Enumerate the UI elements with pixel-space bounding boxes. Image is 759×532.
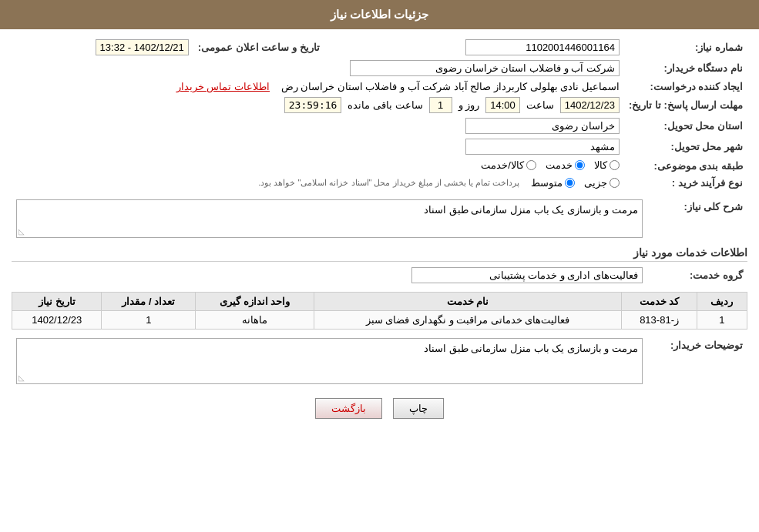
purchase-motavasset-radio[interactable]: [565, 178, 575, 188]
province-input: خراسان رضوی: [465, 118, 620, 134]
cell-row: 1: [697, 311, 747, 330]
buyer-org-input: شرکت آب و فاضلاب استان خراسان رضوی: [350, 60, 620, 76]
cell-code: ز-81-813: [622, 311, 697, 330]
service-group-label: گروه خدمت:: [647, 265, 747, 286]
buyer-org-label: نام دستگاه خریدار:: [624, 58, 747, 79]
button-bar: چاپ بازگشت: [12, 398, 747, 419]
deadline-date-box: 1402/12/23: [560, 97, 620, 113]
col-code: کد خدمت: [622, 293, 697, 311]
cell-name: فعالیت‌های خدماتی مراقبت و نگهداری فضای …: [314, 311, 622, 330]
province-label: استان محل تحویل:: [624, 115, 747, 136]
need-number-input: 1102001446001164: [465, 39, 620, 55]
info-table: شماره نیاز: 1102001446001164 تاریخ و ساع…: [12, 37, 747, 191]
need-number-value: 1102001446001164: [335, 37, 624, 58]
creator-text: اسماعیل نادی بهلولی کاربرداز صالح آباد ش…: [281, 81, 620, 92]
page-header: جزئیات اطلاعات نیاز: [0, 0, 759, 29]
print-button[interactable]: چاپ: [393, 398, 444, 419]
col-quantity: تعداد / مقدار: [102, 293, 196, 311]
category-khedmat-radio[interactable]: [575, 160, 585, 170]
category-kala-khedmat-label: کالا/خدمت: [481, 159, 524, 171]
description-label: شرح کلی نیاز:: [647, 197, 747, 240]
need-number-label: شماره نیاز:: [624, 37, 747, 58]
deadline-remaining-label: ساعت باقی مانده: [348, 99, 422, 111]
cell-unit: ماهانه: [196, 311, 314, 330]
purchase-type-row-content: جزیی متوسط پرداخت تمام یا بخشی از مبلغ خ…: [12, 175, 624, 191]
col-name: نام خدمت: [314, 293, 622, 311]
description-cell: مرمت و بازسازی یک باب منزل سازمانی طبق ا…: [12, 197, 647, 240]
creator-value: اسماعیل نادی بهلولی کاربرداز صالح آباد ش…: [12, 79, 624, 95]
contact-link[interactable]: اطلاعات تماس خریدار: [176, 81, 270, 92]
col-row: ردیف: [697, 293, 747, 311]
category-kala-khedmat-radio[interactable]: [526, 160, 536, 170]
buyer-description-table: توضیحات خریدار: مرمت و بازسازی یک باب من…: [12, 336, 747, 386]
service-group-table: گروه خدمت: فعالیت‌های اداری و خدمات پشتی…: [12, 265, 747, 286]
purchase-note: پرداخت تمام یا بخشی از مبلغ خریداز محل "…: [258, 178, 519, 188]
purchase-jozi-item: جزیی: [584, 177, 620, 189]
service-group-value: فعالیت‌های اداری و خدمات پشتیبانی: [12, 265, 647, 286]
description-table: شرح کلی نیاز: مرمت و بازسازی یک باب منزل…: [12, 197, 747, 240]
city-value: مشهد: [12, 136, 624, 157]
cell-quantity: 1: [102, 311, 196, 330]
purchase-type-label: نوع فرآیند خرید :: [624, 175, 747, 191]
col-unit: واحد اندازه گیری: [196, 293, 314, 311]
category-radios: کالا خدمت کالا/خدمت: [12, 157, 624, 175]
purchase-jozi-radio[interactable]: [610, 178, 620, 188]
category-kala-item: کالا: [594, 159, 620, 171]
buyer-description-cell: مرمت و بازسازی یک باب منزل سازمانی طبق ا…: [12, 336, 647, 386]
deadline-day-label: روز و: [458, 99, 480, 111]
description-text: مرمت و بازسازی یک باب منزل سازمانی طبق ا…: [424, 204, 638, 216]
buyer-org-value: شرکت آب و فاضلاب استان خراسان رضوی: [12, 58, 624, 79]
col-date: تاریخ نیاز: [12, 293, 102, 311]
description-box: مرمت و بازسازی یک باب منزل سازمانی طبق ا…: [16, 199, 643, 238]
creator-label: ایجاد کننده درخواست:: [624, 79, 747, 95]
purchase-jozi-label: جزیی: [584, 177, 607, 189]
deadline-days-box: 1: [429, 97, 452, 113]
services-table: ردیف کد خدمت نام خدمت واحد اندازه گیری ت…: [12, 292, 747, 330]
announce-datetime-label: تاریخ و ساعت اعلان عمومی:: [193, 37, 335, 58]
announce-datetime-value: 1402/12/21 - 13:32: [12, 37, 193, 58]
back-button[interactable]: بازگشت: [315, 398, 382, 419]
services-section-title: اطلاعات خدمات مورد نیاز: [12, 246, 747, 262]
announce-datetime-box: 1402/12/21 - 13:32: [96, 39, 189, 55]
purchase-motavasset-label: متوسط: [531, 177, 563, 189]
deadline-time-label: ساعت: [526, 99, 554, 111]
deadline-time-box: 14:00: [485, 97, 520, 113]
category-khedmat-item: خدمت: [546, 159, 585, 171]
deadline-row: 1402/12/23 ساعت 14:00 روز و 1 ساعت باقی …: [12, 95, 624, 115]
cell-date: 1402/12/23: [12, 311, 102, 330]
city-input: مشهد: [465, 139, 620, 155]
category-khedmat-label: خدمت: [546, 159, 573, 171]
city-label: شهر محل تحویل:: [624, 136, 747, 157]
buyer-description-label: توضیحات خریدار:: [647, 336, 747, 386]
table-row: 1ز-81-813فعالیت‌های خدماتی مراقبت و نگهد…: [12, 311, 747, 330]
category-kala-radio[interactable]: [610, 160, 620, 170]
purchase-motavasset-item: متوسط: [531, 177, 575, 189]
category-label: طبقه بندی موضوعی:: [624, 157, 747, 175]
deadline-remaining-box: 23:59:16: [284, 97, 342, 113]
province-value: خراسان رضوی: [12, 115, 624, 136]
buyer-resize-handle[interactable]: ◺: [18, 373, 25, 382]
resize-handle[interactable]: ◺: [18, 227, 25, 236]
category-kala-khedmat-item: کالا/خدمت: [481, 159, 536, 171]
deadline-label: مهلت ارسال پاسخ: تا تاریخ:: [624, 95, 747, 115]
service-group-input: فعالیت‌های اداری و خدمات پشتیبانی: [411, 267, 643, 283]
category-kala-label: کالا: [594, 159, 607, 171]
buyer-description-box: مرمت و بازسازی یک باب منزل سازمانی طبق ا…: [16, 338, 643, 384]
buyer-description-text: مرمت و بازسازی یک باب منزل سازمانی طبق ا…: [424, 343, 638, 354]
